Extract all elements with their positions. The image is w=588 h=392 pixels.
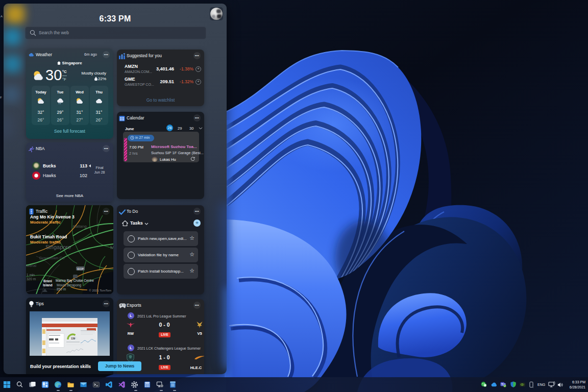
svg-text:M: M bbox=[110, 245, 113, 250]
svg-text:Kallang: Kallang bbox=[73, 224, 87, 229]
svg-text:Singapore: Singapore bbox=[45, 244, 71, 250]
svg-text:320 m: 320 m bbox=[27, 277, 36, 281]
svg-text:ECP: ECP bbox=[78, 267, 84, 271]
svg-text:T: T bbox=[501, 383, 503, 386]
svg-text:139: 139 bbox=[71, 337, 76, 340]
svg-text:1 min: 1 min bbox=[27, 273, 35, 277]
svg-text:Meral: Meral bbox=[26, 263, 36, 268]
svg-text:Downtown Co: Downtown Co bbox=[39, 256, 65, 260]
